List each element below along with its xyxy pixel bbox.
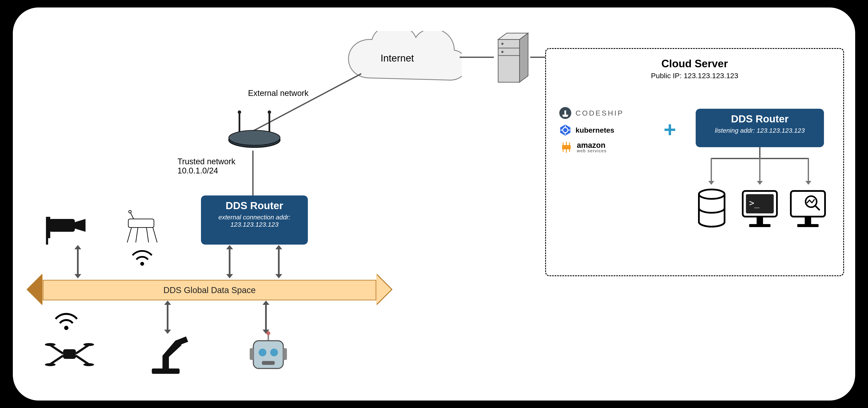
arrow-dataspace-to-robothead <box>265 304 267 330</box>
svg-rect-48 <box>250 348 253 360</box>
svg-rect-71 <box>791 191 825 216</box>
diagram-canvas: Internet External network Trusted networ… <box>13 7 855 401</box>
aws-logo: amazon web services <box>559 141 624 154</box>
svg-line-73 <box>815 205 820 210</box>
svg-point-43 <box>267 331 270 335</box>
svg-point-24 <box>129 210 131 213</box>
kubernetes-logo: kubernetes <box>559 124 624 136</box>
svg-point-10 <box>238 110 241 114</box>
cloud-logos: CODESHIP kubernetes <box>559 107 624 154</box>
external-network-label: External network <box>248 89 309 98</box>
wifi-icon-bottom <box>54 311 79 331</box>
svg-rect-47 <box>262 361 275 365</box>
svg-text:>_: >_ <box>749 198 760 208</box>
svg-point-32 <box>45 343 56 346</box>
local-dds-router-sub2: 123.123.123.123 <box>207 221 302 228</box>
arrow-router-to-dataspace-1 <box>229 249 230 274</box>
svg-point-25 <box>140 262 144 266</box>
svg-point-34 <box>45 363 56 366</box>
kubernetes-icon <box>559 124 572 136</box>
svg-line-20 <box>136 228 138 242</box>
svg-point-5 <box>501 43 503 45</box>
drone-icon <box>45 336 94 373</box>
svg-rect-70 <box>749 224 771 227</box>
svg-point-35 <box>83 363 94 366</box>
svg-rect-2 <box>498 39 520 82</box>
security-camera-icon <box>45 212 92 247</box>
link-modem-to-ddsrouter <box>252 150 253 196</box>
svg-rect-58 <box>562 145 570 149</box>
svg-rect-74 <box>805 216 811 224</box>
svg-rect-69 <box>756 216 763 224</box>
cloud-server-public-ip: Public IP: 123.123.123.123 <box>546 72 843 80</box>
arrow-to-analytics <box>808 158 809 181</box>
arrow-to-terminal <box>759 158 761 181</box>
terminal-monitor-icon: >_ <box>740 188 780 233</box>
svg-point-6 <box>501 51 503 53</box>
cloud-server-box: Cloud Server Public IP: 123.123.123.123 … <box>545 48 844 276</box>
dds-global-data-space: DDS Global Data Space <box>43 280 376 300</box>
robot-arm-icon <box>143 332 192 377</box>
svg-rect-49 <box>283 348 287 360</box>
svg-point-33 <box>83 343 94 346</box>
svg-line-22 <box>153 228 157 242</box>
trusted-network-labels: Trusted network 10.0.1.0/24 <box>178 157 236 175</box>
server-rack-icon <box>494 31 532 87</box>
svg-rect-27 <box>63 349 76 359</box>
wifi-icon-top <box>130 248 154 267</box>
codeship-icon <box>559 107 572 120</box>
svg-point-40 <box>163 354 169 360</box>
svg-point-45 <box>259 349 267 356</box>
svg-point-65 <box>699 190 724 199</box>
aws-icon <box>559 141 574 153</box>
cloud-router-trunk <box>759 147 761 158</box>
svg-point-46 <box>270 349 278 356</box>
svg-line-31 <box>76 356 89 364</box>
wireless-router-icon <box>224 110 284 153</box>
link-cloud-to-server <box>460 57 494 58</box>
svg-line-29 <box>76 345 89 353</box>
link-server-to-cloudbox <box>530 57 545 58</box>
trusted-network-cidr: 10.0.1.0/24 <box>178 166 236 175</box>
arrow-camera-to-dataspace <box>77 249 79 274</box>
aws-label-group: amazon web services <box>577 141 607 154</box>
dds-global-data-space-label: DDS Global Data Space <box>163 285 255 295</box>
cloud-dds-router-title: DDS Router <box>702 113 817 125</box>
plus-icon: + <box>663 117 676 142</box>
svg-line-30 <box>50 356 63 364</box>
svg-point-26 <box>64 326 68 330</box>
svg-point-13 <box>229 130 280 145</box>
svg-rect-18 <box>128 219 154 228</box>
cloud-dds-router-sub: listening addr: 123.123.123.123 <box>702 127 817 134</box>
local-dds-router-title: DDS Router <box>207 200 302 211</box>
local-dds-router-box: DDS Router external connection addr: 123… <box>201 196 308 245</box>
svg-rect-75 <box>797 224 818 227</box>
svg-line-21 <box>147 228 149 242</box>
codeship-label: CODESHIP <box>576 109 624 117</box>
trusted-network-label: Trusted network <box>178 157 236 166</box>
svg-marker-15 <box>75 219 86 232</box>
codeship-logo: CODESHIP <box>559 107 624 120</box>
arrow-dataspace-to-arm <box>167 304 168 330</box>
svg-line-19 <box>127 228 131 242</box>
analytics-monitor-icon <box>787 188 828 233</box>
svg-line-28 <box>50 345 63 353</box>
cloud-server-title: Cloud Server <box>546 58 843 70</box>
svg-point-41 <box>175 340 181 346</box>
robot-head-icon <box>246 331 291 376</box>
svg-point-11 <box>268 110 271 114</box>
arrow-to-database <box>711 158 712 181</box>
internet-label: Internet <box>380 52 414 64</box>
arrow-router-to-dataspace-2 <box>278 249 280 274</box>
quadruped-robot-icon <box>120 208 167 247</box>
svg-rect-14 <box>49 219 75 232</box>
local-dds-router-sub1: external connection addr: <box>207 214 302 221</box>
svg-rect-51 <box>564 110 566 115</box>
kubernetes-label: kubernetes <box>576 126 614 134</box>
database-icon <box>696 188 728 231</box>
svg-marker-1 <box>520 33 528 82</box>
svg-line-23 <box>130 212 134 219</box>
aws-label-line2: web services <box>577 148 607 154</box>
cloud-dds-router-box: DDS Router listening addr: 123.123.123.1… <box>696 109 824 147</box>
